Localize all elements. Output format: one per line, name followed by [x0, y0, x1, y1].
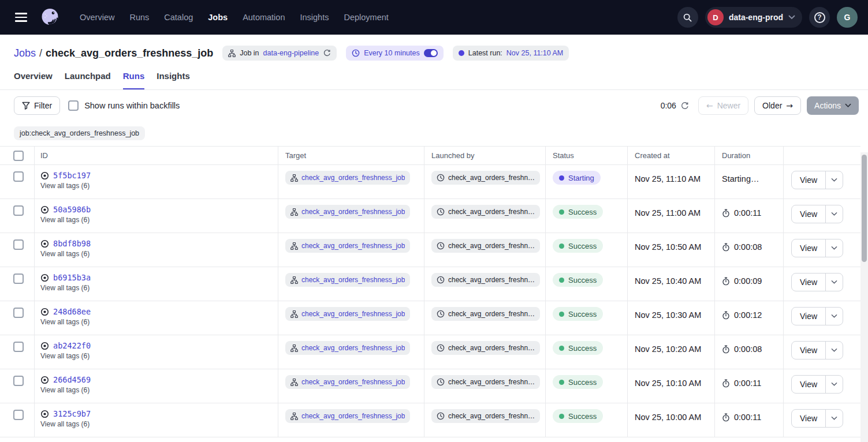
job-hierarchy-icon	[290, 276, 298, 284]
target-tag[interactable]: check_avg_orders_freshness_job	[285, 341, 410, 355]
target-tag[interactable]: check_avg_orders_freshness_job	[285, 205, 410, 219]
launched-by-tag[interactable]: check_avg_orders_freshn…	[431, 273, 540, 287]
view-all-tags-link[interactable]: View all tags (6)	[40, 386, 90, 394]
schedule-badge[interactable]: Every 10 minutes	[346, 46, 444, 61]
status-badge: Success	[553, 239, 603, 253]
vertical-scrollbar[interactable]	[860, 152, 868, 442]
view-dropdown-button[interactable]	[825, 376, 843, 393]
run-id-link[interactable]: 5f5bc197	[53, 171, 91, 180]
schedule-label: Every 10 minutes	[364, 49, 420, 57]
refresh-icon[interactable]	[680, 102, 689, 110]
run-id-link[interactable]: 248d68ee	[53, 307, 91, 316]
col-target: Target	[278, 147, 424, 164]
view-run-button[interactable]: View	[792, 308, 825, 325]
run-id-link[interactable]: ab2422f0	[53, 341, 91, 350]
run-id-link[interactable]: b6915b3a	[53, 273, 91, 282]
run-target-icon	[40, 239, 49, 248]
actions-button[interactable]: Actions	[807, 96, 859, 115]
run-id-link[interactable]: 50a5986b	[53, 205, 91, 214]
view-run-button[interactable]: View	[792, 274, 825, 291]
view-all-tags-link[interactable]: View all tags (6)	[40, 182, 90, 190]
target-tag[interactable]: check_avg_orders_freshness_job	[285, 171, 410, 185]
target-tag[interactable]: check_avg_orders_freshness_job	[285, 307, 410, 321]
target-tag[interactable]: check_avg_orders_freshness_job	[285, 239, 410, 253]
nav-catalog[interactable]: Catalog	[164, 13, 193, 22]
view-all-tags-link[interactable]: View all tags (6)	[40, 250, 90, 258]
older-button[interactable]: Older →	[754, 96, 801, 115]
target-tag[interactable]: check_avg_orders_freshness_job	[285, 273, 410, 287]
view-run-button[interactable]: View	[792, 239, 825, 257]
view-run-button[interactable]: View	[792, 205, 825, 223]
nav-insights[interactable]: Insights	[300, 13, 329, 22]
filter-button[interactable]: Filter	[14, 96, 60, 115]
launched-by-tag[interactable]: check_avg_orders_freshn…	[431, 307, 540, 321]
view-all-tags-link[interactable]: View all tags (6)	[40, 318, 90, 326]
launched-by-tag[interactable]: check_avg_orders_freshn…	[431, 205, 540, 219]
view-run-button[interactable]: View	[792, 171, 825, 189]
nav-automation[interactable]: Automation	[243, 13, 285, 22]
row-checkbox[interactable]	[13, 410, 24, 420]
view-run-button[interactable]: View	[792, 376, 825, 393]
target-tag[interactable]: check_avg_orders_freshness_job	[285, 375, 410, 389]
duration-value: Starting…	[722, 174, 759, 183]
view-dropdown-button[interactable]	[825, 274, 843, 291]
row-checkbox[interactable]	[13, 376, 24, 386]
row-checkbox[interactable]	[13, 239, 24, 250]
help-button[interactable]: ?	[809, 7, 830, 28]
view-all-tags-link[interactable]: View all tags (6)	[40, 284, 90, 292]
latest-run-link[interactable]: Nov 25, 11:10 AM	[506, 49, 563, 57]
run-id-link[interactable]: 3125c9b7	[53, 409, 91, 418]
launched-by-tag[interactable]: check_avg_orders_freshn…	[431, 341, 540, 355]
view-run-button[interactable]: View	[792, 342, 825, 359]
nav-runs[interactable]: Runs	[129, 13, 149, 22]
nav-deployment[interactable]: Deployment	[344, 13, 388, 22]
view-dropdown-button[interactable]	[825, 205, 843, 223]
run-id-link[interactable]: 8bdf8b98	[53, 239, 91, 248]
status-dot	[559, 278, 564, 283]
workspace-switcher[interactable]: D data-eng-prod	[705, 7, 802, 28]
scrollbar-thumb[interactable]	[862, 155, 867, 262]
select-all-checkbox[interactable]	[13, 151, 24, 161]
target-tag[interactable]: check_avg_orders_freshness_job	[285, 409, 410, 423]
view-split-button: View	[791, 375, 843, 394]
nav-jobs[interactable]: Jobs	[208, 13, 228, 22]
table-row: 8bdf8b98 View all tags (6) check_avg_ord…	[0, 233, 860, 267]
nav-overview[interactable]: Overview	[80, 13, 114, 22]
launched-by-tag[interactable]: check_avg_orders_freshn…	[431, 375, 540, 389]
view-dropdown-button[interactable]	[825, 308, 843, 325]
job-filter-chip[interactable]: job:check_avg_orders_freshness_job	[14, 126, 145, 140]
schedule-clock-icon	[437, 310, 445, 318]
launched-by-tag[interactable]: check_avg_orders_freshn…	[431, 239, 540, 253]
view-all-tags-link[interactable]: View all tags (6)	[40, 352, 90, 360]
row-checkbox[interactable]	[13, 274, 24, 284]
view-all-tags-link[interactable]: View all tags (6)	[40, 420, 90, 428]
launched-by-tag[interactable]: check_avg_orders_freshn…	[431, 171, 540, 185]
schedule-toggle[interactable]	[424, 49, 438, 57]
tab-runs[interactable]: Runs	[123, 71, 145, 89]
search-button[interactable]	[677, 7, 698, 28]
view-dropdown-button[interactable]	[825, 342, 843, 359]
schedule-clock-icon	[437, 208, 445, 216]
launched-by-tag[interactable]: check_avg_orders_freshn…	[431, 409, 540, 423]
row-checkbox[interactable]	[13, 308, 24, 318]
row-checkbox[interactable]	[13, 171, 24, 182]
dagster-logo-icon[interactable]	[38, 6, 61, 29]
view-run-button[interactable]: View	[792, 410, 825, 427]
backfills-checkbox[interactable]	[68, 100, 79, 111]
view-all-tags-link[interactable]: View all tags (6)	[40, 216, 90, 224]
newer-button[interactable]: ← Newer	[698, 96, 748, 115]
view-dropdown-button[interactable]	[825, 239, 843, 257]
reload-location-icon[interactable]	[323, 49, 331, 57]
row-checkbox[interactable]	[13, 342, 24, 352]
user-avatar[interactable]: G	[837, 7, 858, 28]
view-dropdown-button[interactable]	[825, 171, 843, 189]
tab-insights[interactable]: Insights	[157, 71, 190, 89]
view-dropdown-button[interactable]	[825, 410, 843, 427]
run-id-link[interactable]: 266d4569	[53, 375, 91, 384]
menu-icon[interactable]	[10, 7, 31, 28]
row-checkbox[interactable]	[13, 205, 24, 216]
pipeline-link[interactable]: data-eng-pipeline	[263, 49, 319, 57]
tab-launchpad[interactable]: Launchpad	[65, 71, 111, 89]
tab-overview[interactable]: Overview	[14, 71, 53, 89]
breadcrumb-jobs-link[interactable]: Jobs	[14, 47, 36, 59]
